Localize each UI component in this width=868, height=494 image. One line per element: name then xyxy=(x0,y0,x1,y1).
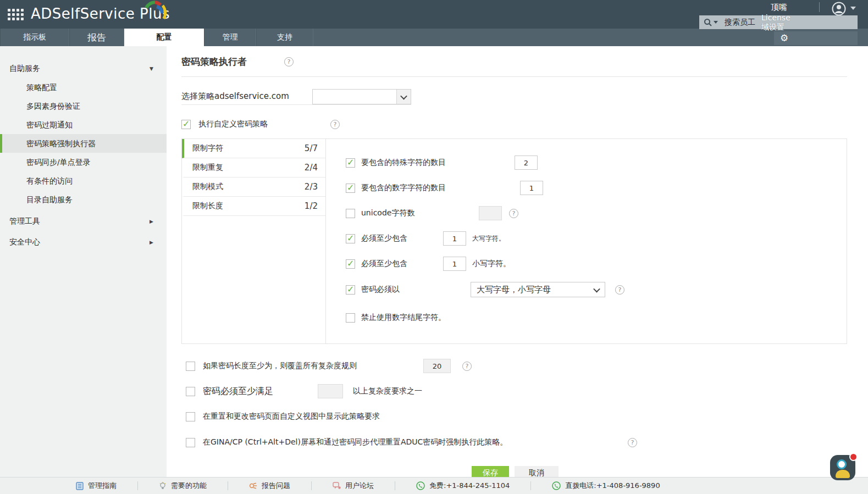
rule-score: 2/4 xyxy=(305,163,318,173)
help-icon[interactable]: ? xyxy=(615,285,624,295)
phone-icon xyxy=(416,481,425,490)
min-uppercase-count-input[interactable] xyxy=(443,231,466,246)
min-complexity-rules-checkbox[interactable] xyxy=(186,387,195,396)
policy-select-dropdown[interactable] xyxy=(312,89,411,104)
sidebar-item-policy-configuration[interactable]: 策略配置 xyxy=(0,78,167,97)
support-chat-widget[interactable] xyxy=(830,455,855,480)
option-label: 密码必须以 xyxy=(361,285,400,295)
chevron-down-icon[interactable] xyxy=(850,7,856,10)
report-issue-icon xyxy=(249,482,257,490)
no-number-ending-checkbox[interactable] xyxy=(346,313,355,323)
sidebar-item-directory-self-service[interactable]: 目录自助服务 xyxy=(0,190,167,209)
user-avatar-icon[interactable] xyxy=(832,2,846,16)
search-icon[interactable] xyxy=(704,18,712,27)
sidebar-item-conditional-access[interactable]: 有条件的访问 xyxy=(0,171,167,190)
settings-bar[interactable]: ⚙ xyxy=(774,31,858,45)
guide-book-icon xyxy=(76,482,84,490)
special-chars-count-input[interactable] xyxy=(515,156,538,170)
sidebar-section-self-service[interactable]: 自助服务 ▼ xyxy=(0,59,167,78)
brand-logo-icon xyxy=(139,0,167,27)
min-complexity-rules-label: 密码必须至少满足 xyxy=(203,386,273,397)
logged-in-username[interactable]: 顶嘴 xyxy=(771,2,787,13)
rule-restrict-length[interactable]: 限制长度 1/2 xyxy=(182,197,325,216)
unicode-chars-count-input[interactable] xyxy=(479,206,502,220)
min-uppercase-checkbox[interactable] xyxy=(346,234,355,243)
forum-icon xyxy=(333,482,341,490)
dropdown-button[interactable] xyxy=(396,90,411,104)
footer-link-label: 需要的功能 xyxy=(171,481,207,491)
rule-options-column: 要包含的特殊字符的数目 要包含的数字字符的数目 unicode字符数 ? 必须至… xyxy=(326,139,847,343)
chevron-down-icon xyxy=(400,92,407,99)
footer-phone-label: 直拨电话:+1-408-916-9890 xyxy=(565,481,660,491)
policy-selector-row: 选择策略adselfservice.com xyxy=(181,89,411,105)
unicode-chars-checkbox[interactable] xyxy=(346,209,355,218)
display-policy-requirements-checkbox[interactable] xyxy=(186,412,195,421)
min-lowercase-count-input[interactable] xyxy=(443,257,466,271)
rule-score: 2/3 xyxy=(305,182,318,192)
rule-restrict-characters[interactable]: 限制字符 5/7 xyxy=(182,139,325,158)
sidebar-item-password-expiry-notification[interactable]: 密码过期通知 xyxy=(0,115,167,134)
chevron-collapsed-icon: ▶ xyxy=(150,219,153,224)
override-complexity-checkbox[interactable] xyxy=(186,362,195,371)
footer-tollfree-phone[interactable]: 免费:+1-844-245-1104 xyxy=(395,481,531,490)
footer-report-issue[interactable]: 报告问题 xyxy=(228,481,312,490)
min-complexity-count-input[interactable] xyxy=(318,384,343,398)
enforce-custom-policy-checkbox[interactable] xyxy=(181,120,191,129)
numeric-chars-count-input[interactable] xyxy=(520,181,543,195)
option-label: 要包含的数字字符的数目 xyxy=(361,183,446,193)
must-start-with-checkbox[interactable] xyxy=(346,285,355,295)
settings-gear-icon[interactable]: ⚙ xyxy=(780,34,788,43)
help-icon[interactable]: ? xyxy=(284,57,294,66)
tab-reports[interactable]: 报告 xyxy=(69,29,124,46)
option-label: 要包含的特殊字符的数目 xyxy=(361,158,446,168)
special-chars-checkbox[interactable] xyxy=(346,158,355,168)
min-lowercase-checkbox[interactable] xyxy=(346,259,355,269)
rule-score: 1/2 xyxy=(305,201,318,211)
help-icon[interactable]: ? xyxy=(509,209,518,218)
employee-search-bar: License 域设置 xyxy=(699,15,858,29)
lightbulb-icon xyxy=(159,482,167,490)
enforce-gina-row: 在GINA/CP (Ctrl+Alt+Del)屏幕和通过密码同步代理重置ADUC… xyxy=(181,435,868,449)
sidebar-item-mfa[interactable]: 多因素身份验证 xyxy=(0,97,167,115)
chevron-collapsed-icon: ▶ xyxy=(150,240,153,245)
option-label: 禁止使用数字结尾字符。 xyxy=(361,313,446,323)
tab-configuration[interactable]: 配置 xyxy=(124,29,204,46)
help-icon[interactable]: ? xyxy=(628,438,637,447)
option-numeric-chars: 要包含的数字字符的数目 xyxy=(326,181,847,195)
must-start-with-dropdown[interactable]: 大写字母，小写字母 xyxy=(471,282,605,297)
help-icon[interactable]: ? xyxy=(462,362,472,371)
tab-admin[interactable]: 管理 xyxy=(204,29,256,46)
sidebar-item-password-policy-enforcer[interactable]: 密码策略强制执行器 xyxy=(0,134,167,153)
display-policy-requirements-label: 在重置和更改密码页面自定义视图中显示此策略要求 xyxy=(203,412,380,421)
dropdown-selected-value: 大写字母，小写字母 xyxy=(477,285,551,295)
rule-restrict-pattern[interactable]: 限制模式 2/3 xyxy=(182,177,325,197)
apps-grid-icon[interactable] xyxy=(8,9,25,21)
sidebar-section-security-center[interactable]: 安全中心 ▶ xyxy=(0,233,167,252)
enforce-custom-policy-row: 执行自定义密码策略 ? xyxy=(181,119,868,129)
option-label: 必须至少包含 xyxy=(361,259,407,269)
sidebar-section-label: 管理工具 xyxy=(9,217,40,226)
page-title: 密码策略执行者 xyxy=(181,55,247,68)
footer-user-forum[interactable]: 用户论坛 xyxy=(312,481,395,490)
rule-restrict-repetition[interactable]: 限制重复 2/4 xyxy=(182,158,325,177)
footer-link-label: 管理指南 xyxy=(88,481,117,491)
footer-direct-phone[interactable]: 直拨电话:+1-408-916-9890 xyxy=(531,481,681,490)
tab-dashboard[interactable]: 指示板 xyxy=(0,29,69,46)
sidebar-section-admin-tools[interactable]: 管理工具 ▶ xyxy=(0,212,167,231)
menu-item-license[interactable]: License xyxy=(761,13,790,23)
notification-dot xyxy=(849,453,858,461)
footer-feature-request[interactable]: 需要的功能 xyxy=(138,481,228,490)
override-length-input[interactable] xyxy=(423,359,451,373)
option-label: 必须至少包含 xyxy=(361,234,407,243)
enforce-gina-checkbox[interactable] xyxy=(186,438,195,447)
footer-admin-guide[interactable]: 管理指南 xyxy=(55,481,138,490)
tab-support[interactable]: 支持 xyxy=(256,29,313,46)
sidebar-item-password-sync-sso[interactable]: 密码同步/单点登录 xyxy=(0,153,167,171)
search-scope-caret-icon[interactable] xyxy=(714,21,718,24)
option-must-start-with: 密码必须以 大写字母，小写字母 ? xyxy=(326,282,847,297)
help-icon[interactable]: ? xyxy=(330,120,340,129)
rule-label: 限制模式 xyxy=(192,182,223,192)
numeric-chars-checkbox[interactable] xyxy=(346,184,355,193)
option-label: unicode字符数 xyxy=(361,208,414,218)
menu-item-domain-settings[interactable]: 域设置 xyxy=(761,23,790,32)
